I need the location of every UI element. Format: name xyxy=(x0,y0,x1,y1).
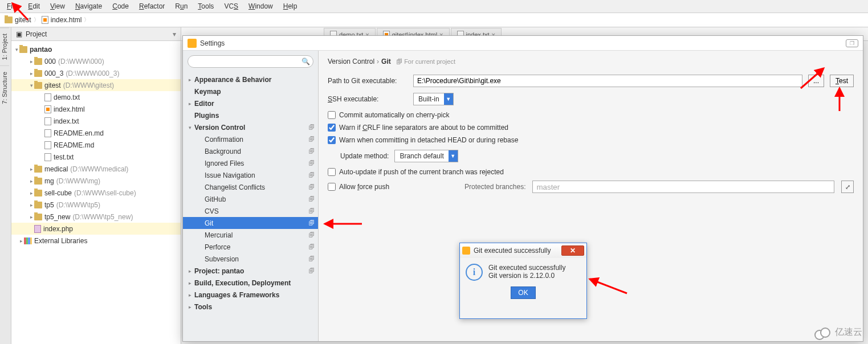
settings-tree-item[interactable]: GitHub🗐 xyxy=(183,193,318,205)
scope-icon: 🗐 xyxy=(309,196,315,202)
left-tool-strip: 1: Project 7: Structure xyxy=(0,27,11,344)
watermark: 亿速云 xyxy=(814,326,862,338)
git-path-input[interactable] xyxy=(413,75,802,87)
menu-window[interactable]: Window xyxy=(244,1,278,11)
settings-tree-item[interactable]: ▸Editor xyxy=(183,97,318,109)
chevron-down-icon: ▼ xyxy=(449,150,458,162)
chk-detached[interactable]: Warn when committing in detached HEAD or… xyxy=(328,136,854,144)
tree-row[interactable]: README.md xyxy=(11,139,181,151)
tree-row[interactable]: ▸000_3(D:\WWW\000_3) xyxy=(11,67,181,79)
chevron-down-icon: ▼ xyxy=(444,93,453,105)
menubar: File Edit View Navigate Code Refactor Ru… xyxy=(0,0,868,13)
breadcrumb-project-label: gitest xyxy=(15,16,31,24)
scope-icon: 🗐 xyxy=(309,244,315,250)
chk-auto-update[interactable]: Auto-update if push of the current branc… xyxy=(328,168,854,176)
chk-crlf[interactable]: Warn if CRLF line separators are about t… xyxy=(328,124,854,132)
settings-search-input[interactable] xyxy=(188,55,313,68)
scope-icon: 🗐 xyxy=(309,124,315,130)
tree-row[interactable]: ▸tp5_new(D:\WWW\tp5_new) xyxy=(11,211,181,223)
settings-tree-item[interactable]: Mercurial🗐 xyxy=(183,229,318,241)
menu-navigate[interactable]: Navigate xyxy=(71,1,107,11)
maximize-icon[interactable]: ❐ xyxy=(846,39,858,47)
tree-row[interactable]: demo.txt xyxy=(11,91,181,103)
chk-cherry-pick[interactable]: Commit automatically on cherry-pick xyxy=(328,111,854,119)
settings-sidebar: 🔍 ▸Appearance & BehaviorKeymap▸EditorPlu… xyxy=(183,51,319,341)
settings-tree-item[interactable]: ▸Build, Execution, Deployment xyxy=(183,277,318,289)
settings-breadcrumb: Version Control›Git 🗐 For current projec… xyxy=(328,58,854,65)
menu-vcs[interactable]: VCS xyxy=(219,1,243,11)
breadcrumb-project[interactable]: gitest xyxy=(5,16,31,24)
settings-content: Version Control›Git 🗐 For current projec… xyxy=(319,51,863,341)
folder-icon xyxy=(34,58,42,65)
close-button[interactable]: ✕ xyxy=(561,245,584,256)
folder-icon xyxy=(34,178,42,185)
browse-button[interactable]: ... xyxy=(808,75,824,87)
folder-icon xyxy=(34,214,42,220)
menu-file[interactable]: File xyxy=(2,1,22,11)
settings-tree-item[interactable]: ▾Version Control🗐 xyxy=(183,121,318,133)
folder-icon xyxy=(34,166,42,173)
dialog-titlebar: Settings ❐ xyxy=(183,36,863,51)
tree-row[interactable]: index.html xyxy=(11,103,181,115)
settings-tree-item[interactable]: Subversion🗐 xyxy=(183,253,318,265)
protected-branches-input[interactable] xyxy=(532,181,834,193)
expand-button[interactable]: ⤢ xyxy=(841,181,854,193)
folder-icon xyxy=(34,202,42,208)
scope-icon: 🗐 xyxy=(309,256,315,262)
settings-tree-item[interactable]: ▸Languages & Frameworks xyxy=(183,289,318,301)
tree-row[interactable]: index.txt xyxy=(11,115,181,127)
folder-icon xyxy=(34,82,42,89)
txt-icon xyxy=(44,117,51,125)
tree-row[interactable]: ▸000(D:\WWW\000) xyxy=(11,55,181,67)
menu-run[interactable]: Run xyxy=(170,1,192,11)
menu-help[interactable]: Help xyxy=(279,1,302,11)
tree-row[interactable]: ▾gitest(D:\WWW\gitest) xyxy=(11,79,181,91)
settings-tree-item[interactable]: ▸Tools xyxy=(183,301,318,313)
ok-button[interactable]: OK xyxy=(511,286,536,299)
tree-row[interactable]: ▸tp5(D:\WWW\tp5) xyxy=(11,199,181,211)
menu-refactor[interactable]: Refactor xyxy=(135,1,169,11)
settings-tree-item[interactable]: Git🗐 xyxy=(183,217,318,229)
scope-icon: 🗐 xyxy=(309,160,315,166)
folder-icon xyxy=(5,17,13,23)
breadcrumb-file[interactable]: index.html xyxy=(42,16,82,24)
chk-force-push[interactable]: Allow force push xyxy=(328,183,389,191)
settings-tree-item[interactable]: Issue Navigation🗐 xyxy=(183,169,318,181)
tree-row[interactable]: test.txt xyxy=(11,151,181,163)
settings-tree-item[interactable]: Keymap xyxy=(183,85,318,97)
tree-row[interactable]: ▸sell-cube(D:\WWW\sell-cube) xyxy=(11,187,181,199)
menu-tools[interactable]: Tools xyxy=(193,1,218,11)
breadcrumb-file-label: index.html xyxy=(51,16,82,24)
vtab-structure[interactable]: 7: Structure xyxy=(0,65,9,110)
settings-tree-item[interactable]: Background🗐 xyxy=(183,145,318,157)
update-method-combo[interactable]: Branch default ▼ xyxy=(394,150,458,162)
project-header: ▣ Project ▾ xyxy=(11,27,181,41)
html-icon xyxy=(44,105,51,113)
ssh-label: SSH executable: xyxy=(328,95,407,103)
tree-root[interactable]: ▾ pantao xyxy=(11,43,181,55)
menu-code[interactable]: Code xyxy=(108,1,133,11)
settings-tree-item[interactable]: ▸Project: pantao🗐 xyxy=(183,265,318,277)
project-tool-window: ▣ Project ▾ ▾ pantao ▸000(D:\WWW\000)▸00… xyxy=(11,27,181,344)
settings-tree-item[interactable]: Perforce🗐 xyxy=(183,241,318,253)
tree-row[interactable]: ▸medical(D:\WWW\medical) xyxy=(11,163,181,175)
scope-icon: 🗐 xyxy=(309,136,315,142)
settings-tree-item[interactable]: ▸Appearance & Behavior xyxy=(183,73,318,85)
settings-tree-item[interactable]: Plugins xyxy=(183,109,318,121)
menu-view[interactable]: View xyxy=(46,1,70,11)
settings-tree-item[interactable]: Confirmation🗐 xyxy=(183,133,318,145)
tree-row[interactable]: README.en.md xyxy=(11,127,181,139)
message-title-label: Git executed successfully xyxy=(474,247,551,255)
settings-tree-item[interactable]: CVS🗐 xyxy=(183,205,318,217)
test-button[interactable]: Test xyxy=(830,75,854,87)
settings-tree-item[interactable]: Changelist Conflicts🗐 xyxy=(183,181,318,193)
tree-row[interactable]: ▸External Libraries xyxy=(11,235,181,247)
update-method-label: Update method: xyxy=(340,152,389,160)
tree-row[interactable]: index.php xyxy=(11,223,181,235)
chevron-down-icon[interactable]: ▾ xyxy=(173,30,176,38)
ssh-executable-combo[interactable]: Built-in ▼ xyxy=(413,93,454,105)
tree-row[interactable]: ▸mg(D:\WWW\mg) xyxy=(11,175,181,187)
menu-edit[interactable]: Edit xyxy=(23,1,44,11)
vtab-project[interactable]: 1: Project xyxy=(0,27,9,65)
settings-tree-item[interactable]: Ignored Files🗐 xyxy=(183,157,318,169)
